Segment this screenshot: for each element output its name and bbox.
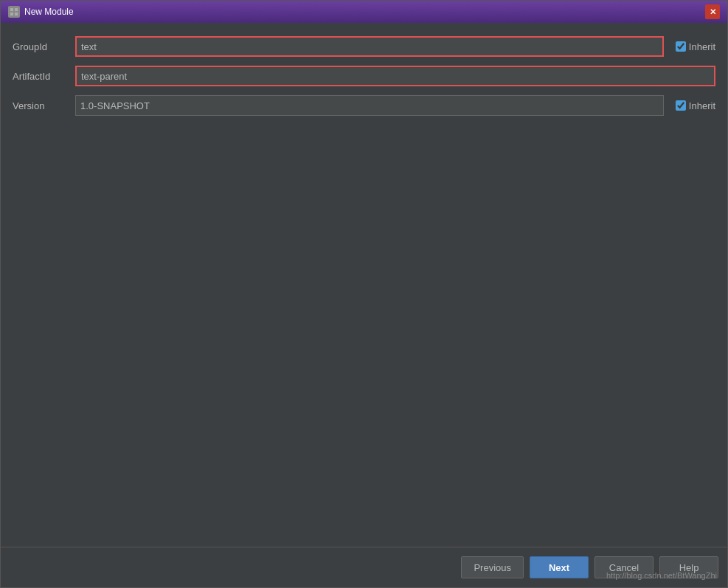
window-icon — [8, 6, 20, 18]
previous-button[interactable]: Previous — [461, 556, 524, 578]
main-content — [13, 123, 715, 535]
artifactid-row: ArtifactId — [13, 64, 715, 88]
groupid-input-wrap: Inherit — [75, 36, 715, 57]
version-inherit-checkbox[interactable] — [676, 100, 686, 111]
groupid-inherit-label: Inherit — [689, 41, 715, 52]
artifactid-label: ArtifactId — [13, 71, 75, 82]
version-inherit-label: Inherit — [689, 100, 715, 111]
form-area: GroupId Inherit ArtifactId Version Inher… — [1, 23, 727, 547]
svg-rect-1 — [15, 8, 18, 11]
version-input-wrap: Inherit — [75, 95, 715, 116]
bottom-bar: Previous Next Cancel Help — [1, 547, 727, 587]
artifactid-input[interactable] — [75, 66, 715, 86]
version-inherit-wrap: Inherit — [676, 100, 715, 111]
version-input[interactable] — [75, 95, 664, 116]
groupid-input[interactable] — [75, 36, 664, 57]
next-button[interactable]: Next — [530, 556, 589, 578]
close-button[interactable]: ✕ — [705, 4, 720, 19]
groupid-row: GroupId Inherit — [13, 35, 715, 58]
groupid-label: GroupId — [13, 41, 75, 52]
svg-rect-3 — [15, 13, 18, 15]
svg-rect-2 — [10, 13, 13, 15]
version-label: Version — [13, 100, 75, 111]
title-bar: New Module ✕ — [1, 1, 727, 23]
window-title: New Module — [24, 7, 705, 17]
watermark: http://blog.csdn.net/BtWangZhi — [606, 571, 717, 580]
groupid-inherit-wrap: Inherit — [676, 41, 715, 52]
groupid-inherit-checkbox[interactable] — [676, 41, 686, 52]
new-module-window: New Module ✕ GroupId Inherit ArtifactId … — [0, 0, 728, 588]
svg-rect-0 — [10, 8, 13, 11]
version-row: Version Inherit — [13, 94, 715, 117]
